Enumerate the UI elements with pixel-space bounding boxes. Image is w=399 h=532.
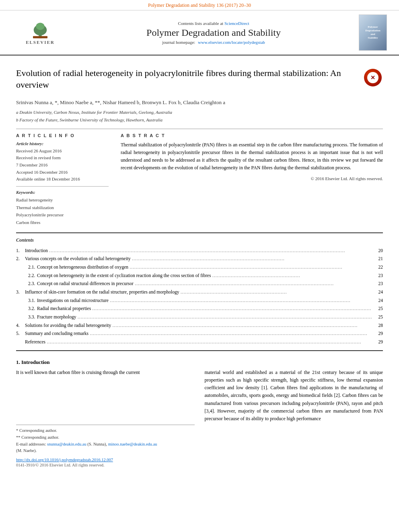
toc-row-1: 1. Introduction …………………………………………………………………: [16, 246, 383, 255]
available-date: Available online 18 December 2016: [16, 176, 109, 183]
email-2-link[interactable]: minoo.naebe@deakin.edu.au: [108, 442, 157, 446]
article-title: Evolution of radial heterogeneity in pol…: [16, 68, 357, 90]
footnote-corresponding-2: ** Corresponding author.: [16, 434, 195, 441]
homepage-link[interactable]: www.elsevier.com/locate/polydegstab: [198, 40, 265, 45]
body-left-col: It is well known that carbon fibre is cr…: [16, 369, 195, 467]
crossmark-circle: ✕: [364, 69, 382, 86]
journal-title-main: Polymer Degradation and Stability: [72, 27, 355, 38]
sciencedirect-link[interactable]: ScienceDirect: [224, 21, 249, 26]
toc-label-3-1: Investigations on radial microstructure: [37, 296, 109, 305]
abstract-header: A B S T R A C T: [121, 133, 383, 138]
toc-page-refs: 29: [373, 338, 383, 346]
toc-label-2-1: Concept on heterogeneous distribution of…: [37, 263, 128, 271]
toc-num-4: 4.: [16, 321, 25, 330]
main-content: Evolution of radial heterogeneity in pol…: [0, 55, 399, 473]
received-date: Received 26 August 2016: [16, 148, 109, 155]
toc-num-3: 3.: [16, 288, 25, 296]
journal-cover-thumbnail: PolymerDegradationandStability: [359, 14, 387, 51]
accepted-date: Accepted 16 December 2016: [16, 169, 109, 176]
introduction-section: 1. Introduction It is well known that ca…: [16, 359, 383, 467]
toc-dots-2-1: ……………………………………………………………………………………………………………: [130, 263, 372, 271]
body-two-col: It is well known that carbon fibre is cr…: [16, 369, 383, 467]
toc-dots-2-3: ……………………………………………………………………………………………………………: [135, 279, 372, 288]
authors-line: Srinivas Nunna a, *, Minoo Naebe a, **, …: [16, 99, 383, 107]
toc-page-2: 21: [373, 255, 383, 263]
email-1-name: (S. Nunna),: [87, 442, 107, 446]
toc-num-3-2: 3.2.: [28, 304, 37, 313]
homepage-line: journal homepage: www.elsevier.com/locat…: [72, 40, 355, 45]
cover-text: PolymerDegradationandStability: [365, 25, 380, 40]
toc-row-3-2: 3.2. Radial mechanical properties …………………: [16, 304, 383, 313]
intro-heading: 1. Introduction: [16, 359, 383, 366]
toc-page-2-1: 22: [373, 263, 383, 271]
elsevier-tree-icon: [24, 21, 56, 39]
keyword-3: Polyacrylonitrile precursor: [16, 211, 109, 219]
article-info-header: A R T I C L E I N F O: [16, 133, 109, 138]
svg-point-2: [36, 23, 45, 30]
toc-label-2-3: Concept on radial structural differences…: [37, 279, 134, 288]
toc-dots-3-2: ……………………………………………………………………………………………………………: [92, 304, 372, 313]
contents-line: Contents lists available at ScienceDirec…: [72, 21, 355, 26]
toc-num-3-1: 3.1.: [28, 296, 37, 305]
toc-row-5: 5. Summary and concluding remarks …………………: [16, 329, 383, 338]
email-1-link[interactable]: snunna@deakin.edu.au: [47, 442, 86, 446]
crossmark-inner: ✕: [367, 72, 378, 83]
issn-line: 0141-3910/© 2016 Elsevier Ltd. All right…: [16, 463, 195, 467]
affiliation-a: a Deakin University, Carbon Nexus, Insti…: [16, 109, 383, 116]
toc-row-2-3: 2.3. Concept on radial structural differ…: [16, 279, 383, 288]
article-history-label: Article history:: [16, 141, 109, 146]
toc-dots-2: ………………………………………………………………………………………: [132, 255, 372, 263]
journal-header-center: Contents lists available at ScienceDirec…: [72, 21, 355, 45]
elsevier-logo-area: ELSEVIER: [8, 18, 72, 47]
toc-dots-2-2: …………………………………………………: [212, 271, 372, 280]
article-title-section: Evolution of radial heterogeneity in pol…: [16, 68, 383, 94]
toc-page-2-3: 23: [373, 279, 383, 288]
toc-label-3: Influence of skin-core formation on the …: [25, 288, 179, 296]
toc-num-5: 5.: [16, 329, 25, 338]
toc-row-2-1: 2.1. Concept on heterogeneous distributi…: [16, 263, 383, 271]
affiliations: a Deakin University, Carbon Nexus, Insti…: [16, 109, 383, 124]
toc-page-2-2: 23: [373, 271, 383, 280]
doi-line: http://dx.doi.org/10.1016/j.polymdegrads…: [16, 458, 195, 462]
toc-row-refs: References ………………………………………………………………………………: [16, 338, 383, 346]
journal-cover-area: PolymerDegradationandStability: [355, 14, 391, 51]
toc-label-1: Introduction: [25, 246, 48, 255]
elsevier-wordmark: ELSEVIER: [26, 40, 55, 45]
toc-dots-4: ……………………………………………………………………………………………………………: [112, 321, 372, 330]
doi-link[interactable]: http://dx.doi.org/10.1016/j.polymdegrads…: [16, 458, 113, 462]
toc-dots-refs: ……………………………………………………………………………………………………………: [47, 338, 372, 346]
homepage-text: journal homepage:: [162, 40, 195, 45]
toc-page-4: 28: [373, 321, 383, 330]
toc-page-3-2: 25: [373, 304, 383, 313]
info-abstract-section: A R T I C L E I N F O Article history: R…: [16, 133, 383, 226]
toc-page-3-3: 25: [373, 313, 383, 321]
footnote-corresponding-1: * Corresponding author.: [16, 427, 195, 434]
contents-title: Contents: [16, 237, 383, 243]
contents-text: Contents lists available at: [178, 21, 223, 26]
body-right-col: material world and established as a mate…: [205, 369, 383, 467]
toc-dots-3: ……………………………………………………………: [181, 288, 372, 296]
toc-label-4: Solutions for avoiding the radial hetero…: [25, 321, 111, 330]
toc-row-3-1: 3.1. Investigations on radial microstruc…: [16, 296, 383, 305]
affiliation-b: b Factory of the Future, Swinburne Unive…: [16, 117, 383, 124]
keyword-2: Thermal stabilization: [16, 204, 109, 212]
toc-page-5: 29: [373, 329, 383, 338]
copyright-line: © 2016 Elsevier Ltd. All rights reserved…: [121, 176, 383, 181]
svg-rect-3: [33, 36, 47, 38]
toc-num-2-3: 2.3.: [28, 279, 37, 288]
toc-row-2: 2. Various concepts on the evolution of …: [16, 255, 383, 263]
toc-dots-1: ……………………………………………………………………………………………………………: [49, 246, 372, 255]
intro-right-text: material world and established as a mate…: [205, 369, 383, 423]
keyword-1: Radial heterogeneity: [16, 196, 109, 204]
toc-page-1: 20: [373, 246, 383, 255]
toc-page-3-1: 24: [373, 296, 383, 305]
toc-num-2-1: 2.1.: [28, 263, 37, 271]
revised-date: 7 December 2016: [16, 162, 109, 169]
email-2-name: (M. Naebe).: [16, 448, 195, 454]
toc-dots-5: ……………………………………………………………………………………………………………: [90, 329, 372, 338]
journal-citation: Polymer Degradation and Stability 136 (2…: [148, 2, 251, 8]
journal-header: ELSEVIER Contents lists available at Sci…: [0, 10, 399, 55]
toc-dots-3-3: ……………………………………………………………………………………………………………: [77, 313, 372, 321]
crossmark-symbol: ✕: [370, 74, 375, 81]
divider-1: [16, 129, 383, 129]
